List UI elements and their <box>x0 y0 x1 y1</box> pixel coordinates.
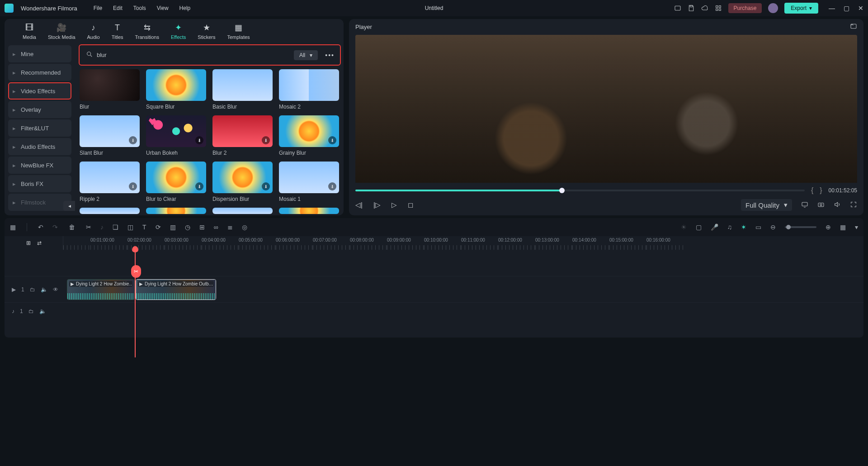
apps-icon[interactable]: ▦ <box>10 223 16 231</box>
fullscreen-icon[interactable] <box>850 201 857 209</box>
menu-tools[interactable]: Tools <box>133 5 146 11</box>
menu-view[interactable]: View <box>157 5 169 11</box>
next-frame-button[interactable]: |▷ <box>373 201 381 209</box>
category-overlay[interactable]: ▸Overlay <box>8 101 71 118</box>
list-icon[interactable]: ♫ <box>727 223 732 231</box>
collapse-sidebar-button[interactable]: ◂ <box>63 201 75 211</box>
video-preview[interactable] <box>355 35 857 183</box>
effect-card[interactable]: Basic Blur <box>212 69 273 110</box>
mark-in-button[interactable]: { <box>811 186 813 195</box>
sun-icon[interactable]: ☀ <box>681 223 687 231</box>
tab-stock-media[interactable]: 🎥Stock Media <box>48 23 75 40</box>
category-audio-effects[interactable]: ▸Audio Effects <box>8 138 71 155</box>
effect-card[interactable] <box>146 208 206 214</box>
display-icon[interactable] <box>801 201 808 209</box>
download-icon[interactable]: ⬇ <box>129 136 137 144</box>
eye-icon[interactable]: 👁 <box>53 286 58 293</box>
tab-audio[interactable]: ♪Audio <box>87 23 100 40</box>
download-icon[interactable]: ⬇ <box>195 136 203 144</box>
category-video-effects[interactable]: ▸Video Effects <box>8 82 71 100</box>
mark-out-button[interactable]: } <box>820 186 822 195</box>
save-icon[interactable] <box>688 5 695 12</box>
folder-icon[interactable]: 🗀 <box>30 286 35 293</box>
layout-icon[interactable] <box>674 5 681 12</box>
effect-card[interactable]: ⬇Blur to Clear <box>146 162 206 202</box>
tab-media[interactable]: 🎞Media <box>23 23 36 40</box>
zoom-slider[interactable] <box>785 226 816 228</box>
search-input[interactable] <box>97 52 286 58</box>
export-button[interactable]: Export▾ <box>784 3 818 14</box>
cloud-icon[interactable] <box>701 5 708 12</box>
effect-card[interactable] <box>279 208 339 214</box>
effect-card[interactable] <box>80 208 140 214</box>
redo-icon[interactable]: ↷ <box>52 223 58 231</box>
effect-card[interactable] <box>212 208 273 214</box>
category-newblue-fx[interactable]: ▸NewBlue FX <box>8 157 71 174</box>
speed-icon[interactable]: ⟳ <box>156 223 161 231</box>
tab-titles[interactable]: TTitles <box>112 23 123 40</box>
record-icon[interactable]: ◎ <box>242 223 247 231</box>
user-avatar[interactable] <box>768 3 778 13</box>
stop-button[interactable]: ◻ <box>408 201 413 209</box>
cut-icon[interactable]: ✂ <box>86 223 91 231</box>
more-options-icon[interactable]: ••• <box>322 52 337 59</box>
snapshot-icon[interactable] <box>850 23 857 31</box>
mic-icon[interactable]: 🎤 <box>711 223 718 231</box>
mute-icon[interactable]: 🔈 <box>39 308 46 314</box>
link-track-icon[interactable]: ⇄ <box>37 240 42 246</box>
effect-card[interactable]: ⬇Slant Blur <box>80 115 140 156</box>
menu-file[interactable]: File <box>94 5 102 11</box>
effect-card[interactable]: ⬇Blur 2 <box>212 115 273 156</box>
music-icon[interactable]: ♪ <box>100 223 104 231</box>
effect-card[interactable]: Square Blur <box>146 69 206 110</box>
menu-help[interactable]: Help <box>179 5 191 11</box>
volume-icon[interactable] <box>834 201 841 209</box>
window-close[interactable]: ✕ <box>858 5 863 11</box>
shield-icon[interactable]: ▢ <box>696 223 702 231</box>
filter-dropdown[interactable]: All ▾ <box>294 50 318 60</box>
mute-icon[interactable]: 🔈 <box>41 286 47 293</box>
timer-icon[interactable]: ◷ <box>185 223 190 231</box>
progress-bar[interactable] <box>355 190 805 191</box>
audio-track-body[interactable] <box>63 303 863 319</box>
category-mine[interactable]: ▸Mine <box>8 45 71 62</box>
menu-edit[interactable]: Edit <box>113 5 123 11</box>
tab-effects[interactable]: ✦Effects <box>171 23 186 40</box>
undo-icon[interactable]: ↶ <box>38 223 43 231</box>
time-ruler[interactable]: 00:01:00:0000:02:00:0000:03:00:0000:04:0… <box>63 236 863 250</box>
tag-icon[interactable]: ❏ <box>113 223 118 231</box>
effect-card[interactable]: ⬇Grainy Blur <box>279 115 339 156</box>
effect-card[interactable]: ⬇Urban Bokeh <box>146 115 206 156</box>
window-maximize[interactable]: ▢ <box>844 5 849 11</box>
tab-stickers[interactable]: ★Stickers <box>198 23 215 40</box>
play-button[interactable]: ▷ <box>392 201 397 209</box>
effect-card[interactable]: Mosaic 2 <box>279 69 339 110</box>
purchase-button[interactable]: Purchase <box>728 3 762 13</box>
download-icon[interactable]: ⬇ <box>129 182 137 190</box>
grid-icon[interactable]: ▦ <box>840 223 846 231</box>
category-recommended[interactable]: ▸Recommended <box>8 64 71 81</box>
quality-dropdown[interactable]: Full Quality ▾ <box>741 199 792 211</box>
crop-icon[interactable]: ◫ <box>127 223 133 231</box>
link-icon[interactable]: ∞ <box>214 223 218 231</box>
effect-card[interactable]: Blur <box>80 69 140 110</box>
zoom-in-icon[interactable]: ⊕ <box>826 223 831 231</box>
text-icon[interactable]: T <box>142 223 146 231</box>
timeline-clip[interactable]: ▶Dying Light 2 How Zombie Outb… <box>136 279 216 300</box>
category-filmstock[interactable]: ▸Filmstock <box>8 194 71 211</box>
category-boris-fx[interactable]: ▸Boris FX <box>8 175 71 192</box>
progress-knob[interactable] <box>559 188 565 193</box>
video-track-body[interactable]: ▶Dying Light 2 How Zombie…▶Dying Light 2… <box>63 276 863 302</box>
window-minimize[interactable]: — <box>829 5 835 11</box>
effect-card[interactable]: ⬇Mosaic 1 <box>279 162 339 202</box>
category-filter-lut[interactable]: ▸Filter&LUT <box>8 119 71 137</box>
delete-icon[interactable]: 🗑 <box>69 223 75 231</box>
cc-icon[interactable]: ▭ <box>755 223 761 231</box>
folder-icon[interactable]: 🗀 <box>28 308 34 314</box>
camera-icon[interactable] <box>817 201 825 209</box>
apps-icon[interactable] <box>715 5 722 12</box>
download-icon[interactable]: ⬇ <box>262 182 270 190</box>
timeline-clip[interactable]: ▶Dying Light 2 How Zombie… <box>67 279 135 300</box>
color-icon[interactable]: ▥ <box>170 223 176 231</box>
track-icon[interactable]: ⊞ <box>199 223 205 231</box>
